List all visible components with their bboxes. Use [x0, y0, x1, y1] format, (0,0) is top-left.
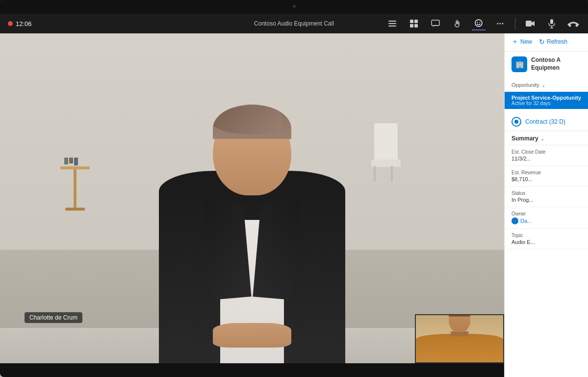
est-close-date-value: 11/3/2...: [511, 156, 581, 162]
topic-label: Topic: [511, 233, 581, 238]
record-title: Contoso A Equipmen: [531, 56, 561, 72]
svg-point-11: [497, 23, 499, 25]
participant-name-label: Charlotte de Crum: [25, 312, 82, 323]
svg-rect-15: [550, 19, 553, 24]
book-2: [69, 158, 73, 163]
refresh-button[interactable]: ↻ Refresh: [539, 38, 567, 46]
svg-rect-4: [414, 20, 418, 23]
status-value: In Prog...: [511, 197, 581, 203]
crm-panel: Contoso ＋ New ↻ Refresh 🏢 Contoso A Equi…: [504, 14, 588, 377]
hair: [213, 105, 291, 139]
summary-chevron-icon[interactable]: ⌄: [540, 136, 544, 141]
svg-point-12: [500, 23, 501, 25]
svg-rect-5: [410, 24, 413, 27]
main-video-area: Charlotte de Crum: [0, 14, 504, 377]
project-service-highlight: Project Service-Oppotunity Active for 32…: [505, 92, 588, 109]
svg-rect-7: [432, 20, 439, 26]
books: [64, 158, 78, 165]
book-3: [74, 158, 78, 165]
svg-rect-3: [410, 20, 413, 23]
svg-point-13: [502, 23, 504, 25]
est-revenue-row: Est. Revenue $8,710...: [505, 166, 588, 187]
head: [213, 105, 291, 195]
svg-point-19: [576, 25, 578, 27]
project-service-title: Project Service-Oppotunity: [511, 95, 581, 101]
recording-timer: 12:06: [8, 20, 32, 27]
chair-back: [374, 123, 398, 162]
est-close-date-label: Est. Close Date: [511, 149, 581, 155]
owner-avatar-icon: 👤: [511, 217, 518, 224]
background-table: [60, 166, 90, 215]
teams-header: 12:06 Contoso Audio Equipment Call: [0, 14, 588, 33]
project-service-subtitle: Active for 32 days: [511, 101, 581, 106]
crm-actions-bar: ＋ New ↻ Refresh: [505, 32, 588, 52]
chair-seat: [371, 160, 401, 167]
status-label: Status: [511, 190, 581, 196]
owner-label: Owner: [511, 211, 581, 216]
hands: [213, 323, 291, 348]
owner-row: Owner 👤 Da...: [505, 207, 588, 229]
svg-rect-6: [414, 24, 418, 27]
contract-label: Contract (32 D): [525, 118, 565, 125]
chair-leg-right: [391, 166, 393, 182]
topic-value: Audio E...: [511, 239, 581, 245]
call-title: Contoso Audio Equipment Call: [254, 20, 334, 27]
svg-point-9: [477, 22, 478, 23]
chat-icon[interactable]: [429, 17, 442, 30]
separator: [515, 18, 515, 29]
record-type: Opportunity ⌄: [505, 82, 588, 88]
laptop-bezel-bottom: [0, 363, 588, 377]
table-base: [65, 208, 85, 211]
summary-label: Summary: [511, 135, 538, 142]
participant-body: [129, 102, 375, 377]
svg-point-10: [480, 22, 481, 23]
chevron-down-icon[interactable]: ⌄: [541, 82, 545, 88]
svg-rect-2: [388, 26, 396, 27]
svg-rect-0: [388, 21, 396, 22]
refresh-label: Refresh: [547, 38, 567, 45]
more-options-icon[interactable]: [493, 17, 507, 30]
microphone-icon[interactable]: [545, 17, 559, 30]
building-icon: 🏢: [515, 60, 524, 68]
gallery-icon[interactable]: [407, 17, 421, 30]
timer-display: 12:06: [16, 20, 32, 27]
contract-inner-dot: [514, 120, 518, 124]
reactions-icon[interactable]: [472, 17, 486, 30]
lapel-left: [204, 199, 251, 300]
svg-point-18: [569, 25, 571, 27]
contract-row[interactable]: Contract (32 D): [505, 113, 588, 131]
record-header: 🏢 Contoso A Equipmen: [511, 56, 581, 72]
self-view-thumbnail: [415, 314, 504, 363]
table-leg: [74, 169, 77, 209]
new-button[interactable]: ＋ New: [511, 37, 532, 46]
thumb-hair: [449, 314, 470, 317]
contract-status-icon: [511, 117, 521, 127]
summary-section-header: Summary ⌄: [505, 131, 588, 145]
est-revenue-label: Est. Revenue: [511, 170, 581, 175]
lapel-right: [253, 199, 300, 300]
status-row: Status In Prog...: [505, 187, 588, 207]
owner-value[interactable]: 👤 Da...: [511, 217, 581, 224]
leave-call-icon[interactable]: [566, 17, 580, 30]
participants-icon[interactable]: [385, 17, 399, 30]
laptop-bezel-top: [0, 0, 588, 14]
hair-sweep: [213, 107, 281, 134]
est-revenue-value: $8,710...: [511, 176, 581, 182]
book-1: [64, 158, 68, 164]
topic-row: Topic Audio E...: [505, 229, 588, 249]
refresh-icon: ↻: [539, 38, 545, 46]
call-controls: [385, 17, 580, 30]
opportunity-label: Opportunity: [511, 82, 539, 88]
record-indicator: [8, 21, 13, 26]
camera: [293, 5, 296, 8]
est-close-date-row: Est. Close Date 11/3/2...: [505, 145, 588, 166]
record-section: 🏢 Contoso A Equipmen: [505, 52, 588, 80]
thumb-body: [416, 334, 503, 362]
svg-rect-1: [388, 23, 396, 24]
record-avatar: 🏢: [511, 56, 527, 72]
video-toggle-icon[interactable]: [523, 17, 537, 30]
svg-point-8: [475, 20, 482, 27]
hand-raise-icon[interactable]: [450, 17, 464, 30]
new-label: New: [520, 38, 532, 45]
plus-icon: ＋: [511, 37, 518, 46]
